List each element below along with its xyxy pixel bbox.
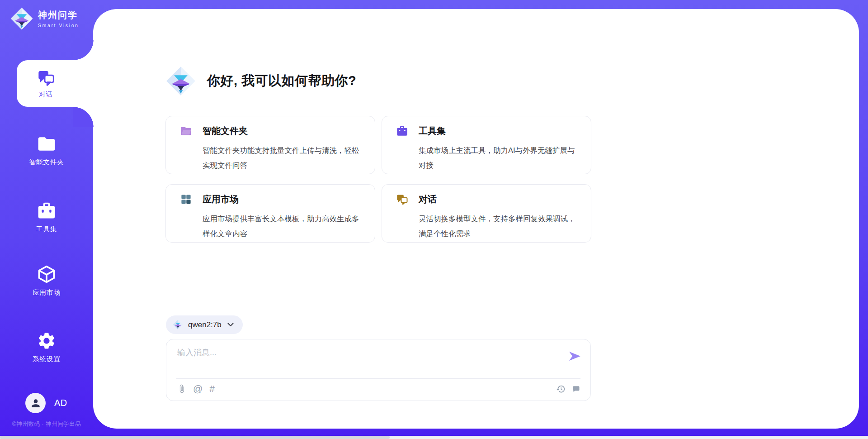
composer-tools-right: [556, 384, 580, 394]
sidebar-item-toolset[interactable]: 工具集: [0, 201, 93, 234]
composer-tools-left: @ #: [177, 384, 215, 394]
sidebar-item-label: 系统设置: [33, 355, 61, 363]
gear-icon: [37, 331, 57, 351]
composer-divider: [176, 378, 580, 379]
sidebar-item-label: 对话: [39, 90, 53, 99]
card-title: 智能文件夹: [203, 125, 248, 137]
send-icon: [568, 349, 581, 363]
grid-icon: [180, 193, 192, 205]
feedback-button[interactable]: [571, 385, 580, 394]
send-button[interactable]: [568, 349, 581, 363]
app-window: 神州问学 Smart Vision 对话 智能文件夹 工具集: [0, 0, 868, 439]
card-description: 应用市场提供丰富长文本模板，助力高效生成多样化文章内容: [203, 211, 365, 241]
folder-icon: [180, 125, 192, 137]
card-title: 应用市场: [203, 193, 239, 205]
mention-button[interactable]: @: [193, 384, 203, 394]
model-name: qwen2:7b: [188, 320, 222, 329]
feature-cards: 智能文件夹 智能文件夹功能支持批量文件上传与清洗，轻松实现文件问答 工具集 集成…: [165, 116, 591, 243]
chat-icon: [396, 193, 408, 205]
card-chat[interactable]: 对话 灵活切换多模型文件，支持多样回复效果调试，满足个性化需求: [382, 184, 591, 243]
horizontal-scrollbar-track: [0, 436, 868, 439]
brand-subtitle: Smart Vision: [38, 23, 79, 28]
sidebar-item-chat[interactable]: 对话: [17, 60, 94, 107]
paperclip-icon: [177, 384, 186, 394]
model-diamond-logo: [173, 320, 183, 330]
chevron-down-icon: [227, 323, 234, 327]
greeting-diamond-logo: [165, 66, 196, 96]
brand-text: 神州问学 Smart Vision: [38, 9, 79, 28]
card-description: 灵活切换多模型文件，支持多样回复效果调试，满足个性化需求: [419, 211, 581, 241]
card-description: 集成市场上主流工具，助力AI与外界无缝扩展与对接: [419, 143, 581, 173]
sidebar-item-app-market[interactable]: 应用市场: [0, 264, 93, 297]
user-menu[interactable]: AD: [25, 393, 67, 413]
at-icon: @: [193, 384, 203, 394]
user-name: AD: [54, 398, 67, 408]
sidebar-item-label: 应用市场: [33, 288, 61, 297]
avatar: [25, 393, 46, 413]
sidebar-item-label: 工具集: [36, 225, 57, 234]
sidebar-item-smart-folder[interactable]: 智能文件夹: [0, 134, 93, 167]
card-title: 对话: [419, 193, 437, 205]
sidebar-item-settings[interactable]: 系统设置: [0, 331, 93, 363]
person-icon: [30, 397, 42, 409]
active-tab-fillet-top: [73, 40, 94, 60]
brand-name: 神州问学: [38, 9, 79, 21]
sidebar-item-label: 智能文件夹: [29, 158, 64, 167]
history-clock-icon: [556, 384, 566, 394]
greeting-block: 你好, 我可以如何帮助你?: [165, 66, 356, 96]
topic-button[interactable]: #: [209, 384, 215, 394]
sidebar-footer-text: ©神州数码 · 神州问学出品: [0, 420, 93, 428]
card-toolset[interactable]: 工具集 集成市场上主流工具，助力AI与外界无缝扩展与对接: [382, 116, 591, 174]
history-button[interactable]: [556, 384, 566, 394]
message-input[interactable]: [177, 347, 552, 371]
brand-diamond-logo: [10, 7, 33, 30]
card-title: 工具集: [419, 125, 446, 137]
card-description: 智能文件夹功能支持批量文件上传与清洗，轻松实现文件问答: [203, 143, 365, 173]
card-smart-folder[interactable]: 智能文件夹 智能文件夹功能支持批量文件上传与清洗，轻松实现文件问答: [165, 116, 375, 174]
folder-icon: [37, 134, 57, 154]
chat-bubble-icon: [571, 385, 580, 394]
chat-icon: [37, 69, 55, 87]
model-selector[interactable]: qwen2:7b: [166, 315, 243, 334]
cube-icon: [37, 264, 57, 284]
page-greeting: 你好, 我可以如何帮助你?: [207, 72, 356, 90]
horizontal-scrollbar-thumb[interactable]: [0, 436, 390, 439]
active-tab-fillet-bottom: [73, 107, 94, 127]
hash-icon: #: [209, 384, 215, 394]
toolbox-icon: [396, 125, 408, 137]
message-composer: @ #: [166, 339, 591, 401]
toolbox-icon: [37, 201, 57, 221]
brand: 神州问学 Smart Vision: [10, 7, 79, 30]
attach-button[interactable]: [177, 384, 186, 394]
card-app-market[interactable]: 应用市场 应用市场提供丰富长文本模板，助力高效生成多样化文章内容: [165, 184, 375, 243]
